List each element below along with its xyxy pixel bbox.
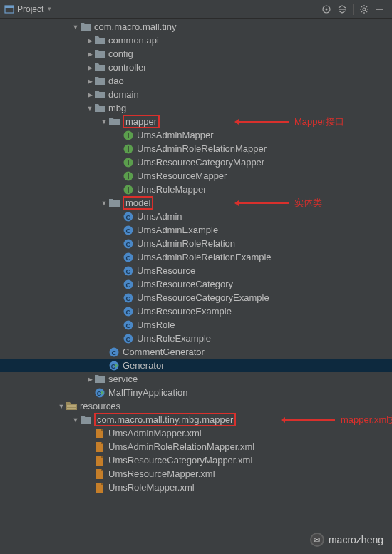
annotation-text: mapper.xml文件 — [341, 414, 392, 426]
svg-rect-1 — [5, 6, 14, 8]
runclass-icon: C — [94, 387, 105, 399]
svg-text:C: C — [126, 321, 131, 329]
tree-row[interactable]: IUmsRoleMapper — [0, 183, 392, 196]
target-icon[interactable] — [319, 1, 334, 17]
tree-item-label: UmsResourceCategoryMapper.xml — [108, 455, 252, 466]
svg-point-3 — [326, 8, 328, 10]
tree-row[interactable]: IUmsAdminMapper — [0, 128, 392, 142]
expand-arrow-down-icon[interactable]: ▼ — [57, 403, 66, 410]
project-tree[interactable]: ▼com.macro.mall.tiny▶common.api▶config▶c… — [0, 19, 392, 494]
xml-icon — [94, 428, 105, 439]
expand-arrow-down-icon[interactable]: ▼ — [100, 118, 108, 125]
expand-arrow-down-icon[interactable]: ▼ — [100, 200, 108, 207]
svg-text:I: I — [128, 145, 130, 153]
class-icon: C — [123, 238, 134, 250]
tree-row[interactable]: UmsAdminRoleRelationMapper.xml — [0, 440, 392, 453]
tree-row[interactable]: ▶dao — [0, 74, 392, 88]
tree-row[interactable]: CUmsResource — [0, 264, 392, 277]
tree-row[interactable]: ▶controller — [0, 61, 392, 74]
tree-row[interactable]: ▼mapperMapper接口 — [0, 115, 392, 128]
svg-text:I: I — [128, 131, 130, 139]
svg-rect-53 — [67, 408, 76, 409]
minimize-icon[interactable] — [372, 1, 388, 17]
svg-text:C: C — [97, 389, 102, 396]
tree-row[interactable]: ▼model实体类 — [0, 196, 392, 210]
svg-line-10 — [361, 6, 362, 6]
tree-row[interactable]: CUmsAdminRoleRelationExample — [0, 250, 392, 264]
tree-item-label: model — [123, 196, 153, 210]
tree-row[interactable]: ▼resources — [0, 399, 392, 413]
expand-arrow-right-icon[interactable]: ▶ — [86, 91, 94, 98]
folder-icon — [108, 198, 120, 209]
resfolder-icon — [66, 401, 77, 412]
watermark-text: macrozheng — [329, 534, 383, 545]
tree-row[interactable]: ▼com.macro.mall.tiny — [0, 20, 392, 34]
svg-line-11 — [366, 11, 367, 11]
class-icon: C — [123, 225, 134, 236]
svg-text:C: C — [126, 280, 131, 288]
folder-icon — [94, 62, 105, 73]
tree-row[interactable]: CCommentGenerator — [0, 345, 392, 359]
tree-row[interactable]: CUmsAdminExample — [0, 223, 392, 237]
tree-item-label: dao — [108, 76, 124, 86]
tree-row[interactable]: UmsRoleMapper.xml — [0, 481, 392, 494]
tree-item-label: MallTinyApplication — [108, 387, 188, 398]
expand-arrow-right-icon[interactable]: ▶ — [86, 78, 94, 85]
chevron-down-icon[interactable]: ▼ — [46, 6, 52, 12]
tree-item-label: CommentGenerator — [123, 347, 205, 357]
tree-row[interactable]: IUmsAdminRoleRelationMapper — [0, 142, 392, 155]
tree-item-label: domain — [108, 89, 139, 100]
expand-arrow-down-icon[interactable]: ▼ — [86, 105, 94, 112]
expand-arrow-right-icon[interactable]: ▶ — [86, 376, 94, 383]
tree-row[interactable]: CGenerator — [0, 359, 392, 372]
tree-row[interactable]: IUmsResourceCategoryMapper — [0, 155, 392, 169]
tree-row[interactable]: ▶config — [0, 47, 392, 61]
expand-arrow-down-icon[interactable]: ▼ — [71, 416, 80, 424]
class-icon: C — [108, 347, 120, 358]
class-icon: C — [123, 211, 134, 222]
svg-text:C: C — [126, 267, 131, 275]
tree-row[interactable]: ▼mbg — [0, 101, 392, 115]
xml-icon — [94, 455, 105, 466]
svg-text:C: C — [126, 334, 131, 342]
svg-text:C: C — [111, 362, 116, 369]
tree-item-label: UmsRoleMapper — [137, 184, 207, 195]
annotation: Mapper接口 — [239, 116, 344, 128]
expand-arrow-right-icon[interactable]: ▶ — [86, 64, 94, 71]
collapse-icon[interactable] — [334, 1, 350, 17]
interface-icon: I — [123, 130, 134, 141]
tree-item-label: resources — [80, 401, 120, 411]
folder-icon — [94, 374, 105, 385]
gear-icon[interactable] — [356, 1, 372, 17]
tree-row[interactable]: CUmsRoleExample — [0, 332, 392, 345]
tree-row[interactable]: CUmsAdmin — [0, 210, 392, 223]
watermark: ✉ macrozheng — [310, 533, 383, 547]
tree-row[interactable]: IUmsResourceMapper — [0, 169, 392, 183]
tree-row[interactable]: UmsAdminMapper.xml — [0, 426, 392, 440]
class-icon: C — [123, 279, 134, 290]
tree-row[interactable]: ▼com.macro.mall.tiny.mbg.mappermapper.xm… — [0, 413, 392, 426]
svg-text:C: C — [126, 294, 131, 302]
tree-row[interactable]: CUmsAdminRoleRelation — [0, 237, 392, 250]
expand-arrow-down-icon[interactable]: ▼ — [71, 24, 80, 31]
tree-row[interactable]: CUmsResourceCategory — [0, 277, 392, 291]
tree-row[interactable]: ▶common.api — [0, 34, 392, 47]
expand-arrow-right-icon[interactable]: ▶ — [86, 37, 94, 44]
tree-item-label: UmsResourceCategoryMapper — [137, 157, 264, 168]
tree-row[interactable]: ▶domain — [0, 88, 392, 101]
tree-row[interactable]: UmsResourceCategoryMapper.xml — [0, 453, 392, 467]
tree-row[interactable]: ▶service — [0, 372, 392, 386]
folder-icon — [80, 414, 91, 426]
tree-item-label: UmsResource — [137, 265, 195, 276]
expand-arrow-right-icon[interactable]: ▶ — [86, 51, 94, 58]
class-icon: C — [123, 265, 134, 277]
tree-row[interactable]: UmsResourceMapper.xml — [0, 467, 392, 481]
tree-row[interactable]: CMallTinyApplication — [0, 386, 392, 399]
tree-row[interactable]: CUmsRole — [0, 318, 392, 332]
tree-item-label: controller — [108, 62, 146, 73]
tree-row[interactable]: CUmsResourceExample — [0, 304, 392, 318]
wechat-icon: ✉ — [310, 533, 324, 547]
svg-text:I: I — [128, 158, 130, 166]
tree-row[interactable]: CUmsResourceCategoryExample — [0, 291, 392, 304]
xml-icon — [94, 482, 105, 493]
